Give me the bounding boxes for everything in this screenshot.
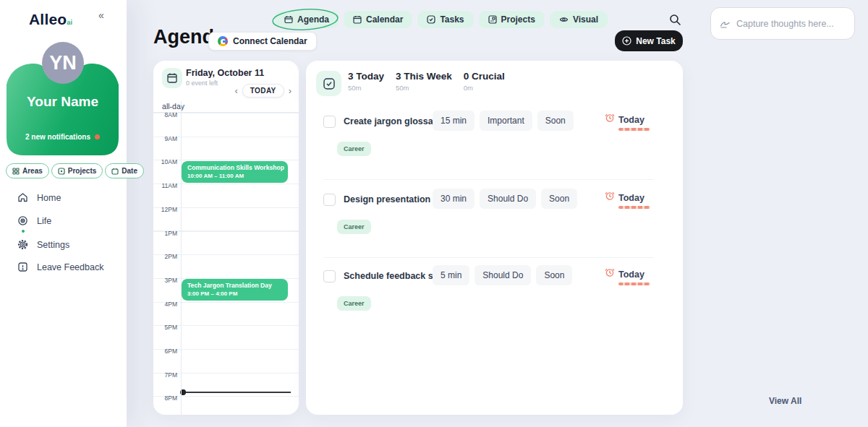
tab-tasks-label: Tasks: [440, 14, 464, 25]
priority-badge[interactable]: Important: [480, 111, 532, 131]
summary-week-count: 3 This Week: [396, 71, 452, 82]
tab-tasks[interactable]: Tasks: [417, 11, 473, 28]
hour-label: 10AM: [153, 158, 177, 165]
avatar[interactable]: YN: [42, 42, 84, 84]
calendar-nav: ‹ TODAY ›: [234, 84, 292, 98]
hour-label: 12PM: [153, 206, 177, 213]
task-checkbox[interactable]: [323, 270, 336, 282]
notification-dot-icon: [95, 134, 100, 139]
sidebar-item-life-label: Life: [37, 216, 51, 226]
hour-label: 1PM: [153, 230, 177, 237]
summary-crucial: 0 Crucial 0m: [464, 71, 505, 92]
capture-thoughts-input[interactable]: [736, 19, 845, 29]
hour-label: 11AM: [153, 182, 177, 189]
sidebar-collapse-icon[interactable]: «: [98, 9, 104, 21]
sidebar-item-life[interactable]: Life: [17, 215, 51, 226]
task-checkbox[interactable]: [323, 194, 336, 206]
summary-today-count: 3 Today: [348, 71, 384, 82]
tab-calendar[interactable]: Calendar: [344, 11, 412, 28]
task-separator: [323, 179, 654, 180]
event-title: Tech Jargon Translation Day: [187, 282, 282, 289]
hour-label: 7PM: [153, 371, 177, 379]
alarm-clock-icon: [605, 267, 615, 277]
filter-areas[interactable]: Areas: [6, 163, 49, 178]
google-icon: [218, 36, 228, 46]
priority-badge[interactable]: Should Do: [480, 189, 536, 209]
hour-label: 2PM: [153, 253, 177, 260]
new-task-label: New Task: [636, 36, 675, 46]
task-tag[interactable]: Career: [337, 142, 371, 156]
due-underline: [618, 282, 650, 285]
tasks-summary-icon: [316, 71, 341, 96]
duration-badge[interactable]: 5 min: [433, 265, 469, 285]
tasks-summary: 3 Today 50m 3 This Week 50m 0 Crucial 0m: [316, 71, 516, 96]
tab-calendar-label: Calendar: [366, 14, 403, 25]
tab-projects[interactable]: Projects: [479, 11, 545, 28]
sidebar-item-home[interactable]: Home: [17, 192, 61, 203]
today-button[interactable]: TODAY: [242, 84, 284, 98]
projects-tab-icon: [488, 15, 497, 24]
capture-thoughts-box[interactable]: [710, 7, 855, 40]
view-all-link[interactable]: View All: [769, 396, 801, 406]
due-date[interactable]: Today: [605, 113, 650, 131]
gear-icon: [17, 239, 28, 250]
app-logo: Alleoai: [29, 11, 72, 28]
summary-today: 3 Today 50m: [348, 71, 384, 92]
search-icon[interactable]: [669, 14, 681, 26]
logo-suffix: ai: [67, 19, 72, 26]
summary-week-minutes: 50m: [396, 84, 452, 92]
task-title[interactable]: Create jargon glossary: [344, 116, 441, 126]
urgency-badge[interactable]: Soon: [537, 111, 574, 131]
urgency-badge[interactable]: Soon: [536, 265, 572, 285]
task-checkbox[interactable]: [323, 116, 336, 128]
calendar-event[interactable]: Communication Skills Workshop 10:00 AM –…: [182, 161, 288, 183]
hour-label: 8PM: [153, 394, 177, 402]
life-indicator-dot: [22, 230, 25, 233]
calendar-panel: Friday, October 11 0 event left ‹ TODAY …: [153, 61, 299, 415]
filter-date[interactable]: Date: [105, 163, 144, 178]
task-badges: 30 min Should Do Soon: [433, 189, 577, 209]
feedback-icon: [17, 262, 28, 272]
filter-areas-label: Areas: [22, 167, 43, 175]
due-date[interactable]: Today: [605, 191, 650, 209]
tab-visual[interactable]: Visual: [550, 11, 608, 28]
time-gutter-divider: [181, 101, 182, 415]
summary-crucial-minutes: 0m: [464, 84, 505, 92]
connect-calendar-button[interactable]: Connect Calendar: [208, 32, 317, 51]
notifications-link[interactable]: 2 new notifications: [7, 133, 119, 141]
summary-week: 3 This Week 50m: [396, 71, 452, 92]
filter-date-label: Date: [122, 167, 137, 175]
filter-pills: Areas Projects Date: [6, 163, 144, 178]
prev-day-icon[interactable]: ‹: [234, 86, 237, 95]
calendar-day-grid[interactable]: 8AM 9AM 10AM 11AM 12PM 1PM 2PM 3PM 4PM 5…: [153, 113, 299, 415]
due-date[interactable]: Today: [605, 267, 650, 285]
due-underline: [618, 206, 650, 209]
next-day-icon[interactable]: ›: [289, 86, 292, 95]
urgency-badge[interactable]: Soon: [541, 189, 577, 209]
task-tag[interactable]: Career: [337, 296, 371, 311]
filter-projects[interactable]: Projects: [51, 163, 103, 178]
life-target-icon: [17, 215, 28, 226]
hour-label: 4PM: [153, 301, 177, 308]
alarm-clock-icon: [605, 191, 615, 201]
areas-icon: [12, 168, 20, 175]
tab-agenda[interactable]: Agenda: [275, 11, 339, 28]
user-name: Your Name: [7, 94, 119, 110]
priority-badge[interactable]: Should Do: [475, 265, 531, 285]
tab-visual-label: Visual: [573, 14, 598, 25]
duration-badge[interactable]: 30 min: [433, 189, 475, 209]
filter-projects-label: Projects: [68, 167, 96, 175]
duration-badge[interactable]: 15 min: [433, 111, 475, 131]
due-date-label: Today: [618, 269, 644, 280]
sidebar-item-feedback[interactable]: Leave Feedback: [17, 262, 103, 272]
hour-label: 9AM: [153, 135, 177, 142]
task-tag[interactable]: Career: [337, 220, 371, 234]
sidebar-item-settings-label: Settings: [37, 240, 69, 250]
calendar-event[interactable]: Tech Jargon Translation Day 3:00 PM – 4:…: [182, 279, 288, 301]
hour-label: 6PM: [153, 348, 177, 355]
new-task-button[interactable]: New Task: [615, 30, 683, 51]
notifications-text: 2 new notifications: [25, 133, 90, 141]
sidebar-item-settings[interactable]: Settings: [17, 239, 69, 250]
due-date-label: Today: [618, 115, 644, 125]
current-time-indicator: [182, 392, 291, 393]
